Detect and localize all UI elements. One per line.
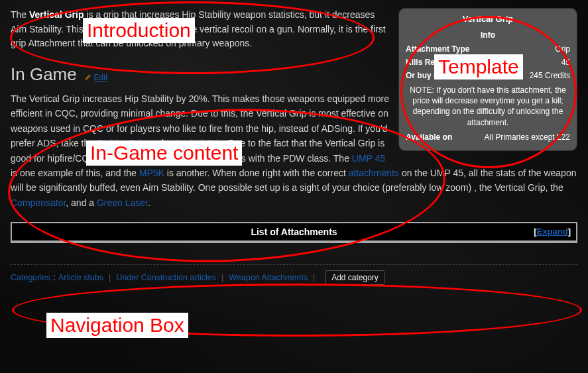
link-attachments[interactable]: attachments [349, 168, 399, 178]
edit-label: Edit [94, 73, 108, 82]
infobox-key: Attachment Type [406, 44, 469, 54]
intro-topic-bold: Vertical Grip [29, 9, 84, 20]
categories-bar: Categories: Article stubs| Under Constru… [11, 264, 577, 285]
infobox-val: 45 [561, 58, 570, 67]
link-stubby-grip[interactable]: Stubby Grip [97, 138, 146, 148]
category-separator: | [106, 273, 113, 282]
intro-prefix: The [11, 9, 29, 20]
body-text: , and a [66, 197, 97, 208]
infobox-subhead: Info [406, 29, 570, 42]
infobox-row-kills-required: Kills Required 45 [406, 56, 570, 69]
infobox-key: Kills Required [406, 58, 459, 67]
navbox-attachments: List of Attachments [Expand] [11, 222, 577, 243]
infobox-note: NOTE: If you don't have this attachment,… [406, 82, 570, 131]
body-text: is another. When done right with the cor… [164, 168, 349, 178]
navbox-expand-wrap: [Expand] [534, 227, 571, 237]
link-compensator[interactable]: Compensator [11, 197, 66, 208]
infobox-val: 245 Credits [530, 71, 570, 80]
infobox-row-attachment-type: Attachment Type Grip [406, 42, 570, 56]
category-link[interactable]: Article stubs [58, 273, 103, 282]
category-separator: | [310, 273, 318, 282]
infobox-row-or-buy: Or buy it with 245 Credits [406, 69, 570, 82]
body-text: . [148, 197, 150, 208]
body-text: is one example of this, and the [11, 168, 139, 178]
navbox-title: List of Attachments [251, 227, 337, 237]
body-text: or the [146, 138, 174, 148]
infobox-vertical-grip: Vertical Grip Info Attachment Type Grip … [398, 8, 577, 151]
pencil-icon [85, 73, 93, 81]
infobox-title: Vertical Grip [406, 13, 570, 29]
infobox-val: Grip [555, 44, 570, 54]
category-link[interactable]: Under Construction articles [116, 273, 216, 282]
category-separator: | [219, 273, 226, 282]
add-category-button[interactable]: Add category [325, 270, 384, 285]
infobox-row-available-on: Available on All Primaries except L22 [406, 131, 570, 144]
category-link[interactable]: Weapon Attachments [229, 273, 308, 282]
infobox-key: Available on [406, 133, 452, 142]
categories-colon: : [53, 273, 55, 282]
link-mp5k[interactable]: MP5K [139, 168, 164, 178]
navbox-expand-link[interactable]: Expand [537, 227, 568, 237]
section-heading-in-game: In Game [11, 64, 77, 85]
article-page: Vertical Grip Info Attachment Type Grip … [0, 0, 588, 295]
link-ump-45[interactable]: UMP 45 [352, 153, 385, 164]
link-green-laser[interactable]: Green Laser [97, 197, 148, 208]
categories-lead-link[interactable]: Categories [11, 273, 50, 282]
section-edit-link[interactable]: Edit [85, 73, 108, 82]
link-angled-grip[interactable]: Angled Grip [174, 138, 223, 148]
navbox-header: List of Attachments [Expand] [12, 223, 576, 242]
infobox-val: All Primaries except L22 [485, 133, 570, 142]
infobox-key: Or buy it with [406, 71, 457, 80]
